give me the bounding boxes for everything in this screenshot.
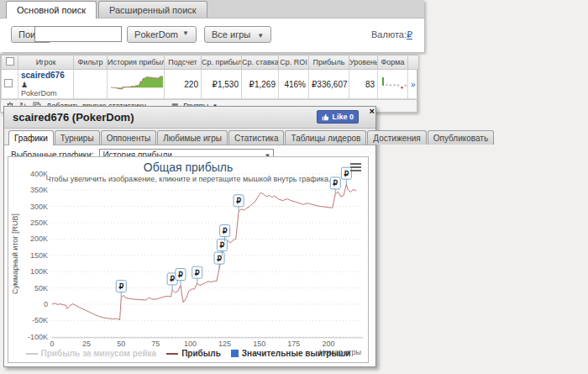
form-dot bbox=[386, 84, 387, 86]
search-panel: Основной поиск Расширенный поиск Поиск P… bbox=[0, 0, 424, 52]
tab-opponents[interactable]: Оппоненты bbox=[101, 130, 157, 145]
games-dropdown-value: Все игры bbox=[212, 29, 250, 40]
significant-win-flag[interactable]: ₽ bbox=[214, 252, 224, 269]
legend-item-profit-minus-rake[interactable]: Прибыль за минусом рейка bbox=[26, 349, 157, 358]
chevron-down-icon: ▼ bbox=[182, 29, 189, 37]
row-checkbox[interactable] bbox=[4, 79, 13, 87]
col-player[interactable]: Игрок bbox=[18, 55, 74, 70]
currency-link[interactable]: ₽ bbox=[407, 29, 412, 40]
select-all-checkbox[interactable] bbox=[6, 57, 14, 66]
network-dropdown[interactable]: PokerDom ▼ bbox=[127, 26, 197, 43]
col-actions bbox=[408, 55, 419, 70]
avg-roi-value: 416% bbox=[279, 70, 309, 99]
profit-history-sparkline[interactable] bbox=[108, 70, 165, 99]
tab-publish[interactable]: Опубликовать bbox=[428, 130, 494, 145]
col-profit[interactable]: Прибыль bbox=[309, 55, 349, 70]
tab-tournaments[interactable]: Турниры bbox=[55, 130, 100, 145]
ruble-flag-glyph: ₽ bbox=[236, 197, 241, 205]
legend-item-significant-wins[interactable]: Значительные выигрыши bbox=[231, 349, 351, 358]
chart-legend: Прибыль за минусом рейка Прибыль Значите… bbox=[8, 349, 368, 358]
form-sparkline-svg bbox=[381, 76, 407, 91]
search-input[interactable] bbox=[34, 26, 122, 42]
player-panel-tabs: Графики Турниры Оппоненты Любимые игры С… bbox=[4, 129, 375, 145]
chart-subtitle: Чтобы увеличить изображение, кликните и … bbox=[8, 175, 368, 183]
tab-advanced-search[interactable]: Расширенный поиск bbox=[98, 1, 207, 18]
x-tick-label: 0 bbox=[50, 340, 54, 348]
col-form[interactable]: Форма bbox=[378, 55, 408, 70]
x-tick-label: 125 bbox=[218, 340, 231, 348]
legend-dash-icon bbox=[166, 353, 178, 355]
col-avg-roi[interactable]: Ср. ROI bbox=[279, 55, 309, 70]
player-panel: scaired676 (PokerDom) Like 0 × Графики Т… bbox=[3, 106, 376, 367]
y-tick-label: 0 bbox=[44, 300, 48, 308]
form-sparkline bbox=[378, 70, 408, 99]
col-profit-history[interactable]: История прибыли bbox=[108, 55, 165, 70]
like-button[interactable]: Like 0 bbox=[317, 110, 359, 124]
legend-square-icon bbox=[231, 350, 239, 357]
profit-chart-svg[interactable]: 400K350K300K250K200K150K100K50K0-50K-100… bbox=[8, 157, 368, 362]
count-value: 220 bbox=[165, 70, 202, 99]
ruble-flag-glyph: ₽ bbox=[118, 282, 123, 291]
filter-cell[interactable] bbox=[74, 70, 108, 99]
form-dot bbox=[397, 84, 399, 86]
legend-item-profit[interactable]: Прибыль bbox=[166, 349, 221, 358]
results-table: Игрок Фильтр История прибыли Подсчет Ср.… bbox=[1, 55, 419, 99]
chart-export-menu-icon[interactable] bbox=[350, 163, 361, 173]
y-tick-label: 300K bbox=[30, 203, 48, 211]
col-filter[interactable]: Фильтр bbox=[74, 55, 108, 70]
profit-chart-card: 400K350K300K250K200K150K100K50K0-50K-100… bbox=[8, 156, 369, 363]
y-tick-label: 350K bbox=[30, 186, 48, 194]
col-count[interactable]: Подсчет bbox=[165, 55, 202, 70]
like-label: Like 0 bbox=[332, 113, 354, 121]
games-dropdown[interactable]: Все игры ▼ bbox=[204, 26, 271, 43]
form-dot bbox=[393, 84, 395, 86]
tab-basic-search[interactable]: Основной поиск bbox=[6, 1, 97, 18]
profit-line bbox=[52, 184, 356, 319]
legend-dash-icon bbox=[26, 353, 38, 355]
y-tick-label: 50K bbox=[34, 284, 48, 292]
tab-statistics[interactable]: Статистика bbox=[228, 130, 285, 145]
col-avg-profit[interactable]: Ср. прибыль bbox=[202, 55, 242, 70]
ruble-flag-glyph: ₽ bbox=[217, 255, 222, 263]
network-dropdown-value: PokerDom bbox=[134, 29, 178, 40]
table-row: scaired676 ♟ PokerDom 220 ₽1,530 ₽1,269 … bbox=[2, 70, 419, 99]
x-tick-label: 50 bbox=[117, 340, 125, 348]
y-tick-label: -50K bbox=[32, 316, 48, 324]
row-expand-link[interactable]: » bbox=[411, 80, 416, 89]
tab-leaderboards[interactable]: Таблицы лидеров bbox=[285, 130, 366, 145]
search-tab-bar: Основной поиск Расширенный поиск bbox=[0, 0, 424, 18]
player-link[interactable]: scaired676 bbox=[21, 71, 65, 80]
form-dot bbox=[405, 84, 407, 86]
player-badge-icon: ♟ bbox=[21, 81, 28, 89]
player-network: PokerDom bbox=[21, 89, 71, 97]
profit-sparkline-svg bbox=[110, 75, 164, 92]
player-panel-header: scaired676 (PokerDom) Like 0 × bbox=[4, 107, 375, 129]
avg-profit-value: ₽1,530 bbox=[202, 70, 242, 99]
x-tick-label: 200 bbox=[322, 340, 334, 348]
ruble-flag-glyph: ₽ bbox=[195, 269, 200, 277]
profit-value: ₽336,607 bbox=[309, 70, 349, 99]
level-value: 83 bbox=[349, 70, 378, 99]
y-tick-label: 200K bbox=[30, 234, 48, 243]
player-panel-title: scaired676 (PokerDom) bbox=[13, 111, 134, 124]
ruble-flag-glyph: ₽ bbox=[178, 271, 183, 279]
close-icon[interactable]: × bbox=[370, 107, 375, 115]
table-header-row: Игрок Фильтр История прибыли Подсчет Ср.… bbox=[2, 55, 419, 70]
currency-setting: Валюта:₽ bbox=[371, 29, 412, 40]
col-level[interactable]: Уровень bbox=[349, 55, 378, 70]
ruble-flag-glyph: ₽ bbox=[223, 227, 228, 235]
x-tick-label: 75 bbox=[151, 340, 160, 348]
ruble-flag-glyph: ₽ bbox=[170, 275, 175, 283]
y-tick-label: 150K bbox=[30, 251, 48, 260]
significant-win-flag[interactable]: ₽ bbox=[116, 280, 126, 297]
search-controls: Поиск PokerDom ▼ Все игры ▼ Валюта:₽ bbox=[0, 18, 424, 52]
significant-win-flag[interactable]: ₽ bbox=[192, 266, 202, 283]
tab-achievements[interactable]: Достижения bbox=[367, 130, 426, 145]
tab-graphs[interactable]: Графики bbox=[8, 130, 54, 145]
x-tick-label: 100 bbox=[184, 340, 197, 348]
y-tick-label: 100K bbox=[30, 267, 48, 276]
form-dot bbox=[401, 87, 402, 88]
y-tick-label: 250K bbox=[30, 219, 48, 227]
col-avg-stake[interactable]: Ср. ставка bbox=[242, 55, 279, 70]
tab-favorite-games[interactable]: Любимые игры bbox=[157, 130, 228, 145]
